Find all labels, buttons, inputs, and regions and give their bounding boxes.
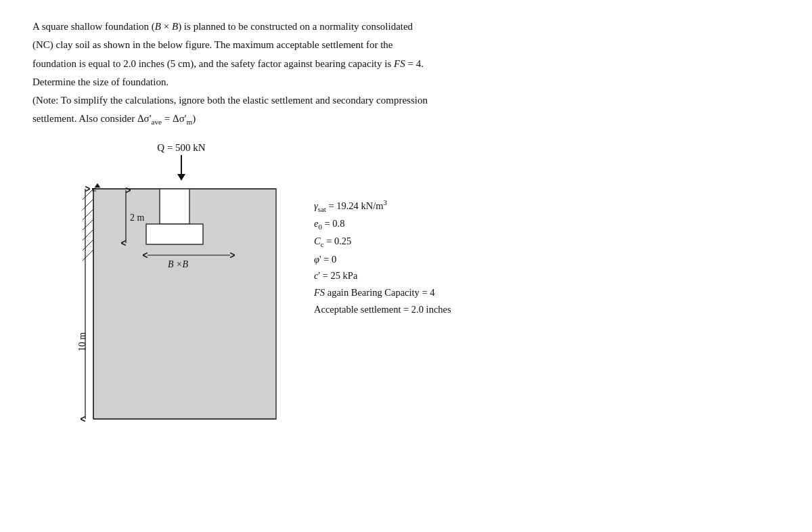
svg-text:10 m: 10 m	[77, 332, 87, 351]
svg-line-8	[83, 250, 93, 261]
problem-line2: (NC) clay soil as shown in the below fig…	[32, 37, 675, 53]
settlement-label: Acceptable settlement = 2.0 inches	[314, 301, 451, 318]
gamma-sat-label: γsat = 19.24 kN/m3	[314, 196, 451, 215]
figure-area: Q = 500 kN	[73, 142, 780, 439]
problem-line6: settlement. Also consider Δσ'ave = Δσ'm)	[32, 111, 675, 128]
svg-line-4	[83, 209, 93, 220]
svg-text:2 m: 2 m	[130, 213, 145, 223]
problem-line1: A square shallow foundation (B × B) is p…	[32, 19, 675, 35]
arrow-head	[177, 174, 185, 181]
problem-line4: Determine the size of foundation.	[32, 74, 675, 90]
cc-label: Cc = 0.25	[314, 233, 451, 250]
q-label: Q = 500 kN	[157, 142, 205, 154]
load-arrow	[177, 155, 185, 181]
diagram-container: Q = 500 kN	[73, 142, 290, 439]
e0-label: e0 = 0.8	[314, 215, 451, 233]
problem-text: A square shallow foundation (B × B) is p…	[32, 19, 675, 131]
svg-rect-10	[160, 189, 189, 224]
arrow-line	[181, 155, 182, 174]
fs-label: FS again Bearing Capacity = 4	[314, 284, 451, 301]
properties-panel: γsat = 19.24 kN/m3 e0 = 0.8 Cc = 0.25 φ'…	[314, 196, 451, 318]
q-value: Q = 500 kN	[157, 142, 205, 153]
svg-line-6	[83, 229, 93, 240]
svg-rect-11	[146, 224, 203, 244]
c-prime-label: c' = 25 kPa	[314, 267, 451, 284]
svg-line-7	[83, 240, 93, 250]
phi-label: φ' = 0	[314, 251, 451, 268]
svg-line-2	[83, 189, 93, 200]
svg-line-5	[83, 219, 93, 230]
foundation-diagram: 2 m B ×B 10 m	[73, 182, 290, 439]
svg-text:B ×B: B ×B	[168, 259, 188, 269]
problem-line5: (Note: To simplify the calculations, ign…	[32, 93, 675, 108]
svg-marker-19	[95, 183, 100, 187]
svg-line-3	[83, 199, 93, 210]
problem-line3: foundation is equal to 2.0 inches (5 cm)…	[32, 56, 675, 72]
